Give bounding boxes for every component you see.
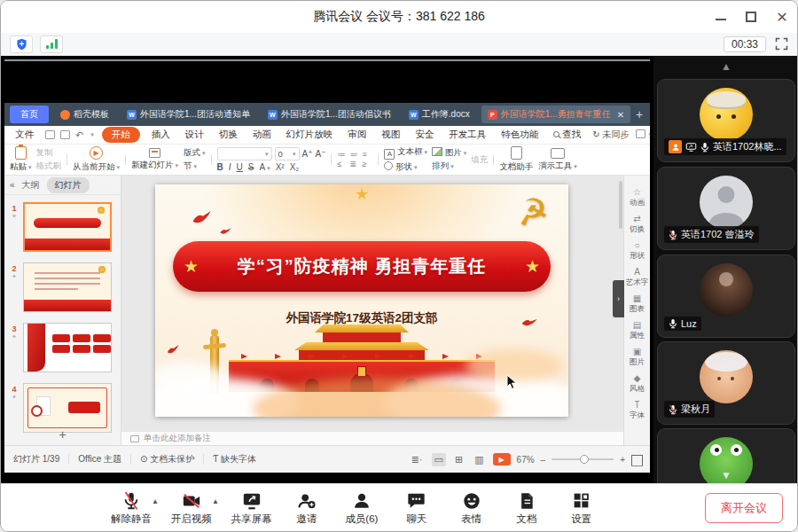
ribbon-tab-animation[interactable]: 动画: [249, 127, 275, 143]
slide-thumbnail-3[interactable]: [23, 323, 112, 372]
strike-button[interactable]: S: [248, 162, 254, 172]
present-tools-button[interactable]: 演示工具▾: [538, 148, 577, 172]
ribbon-tab-features[interactable]: 特色功能: [497, 127, 542, 143]
panel-font[interactable]: T字体: [630, 401, 645, 421]
slide-thumbnail-4[interactable]: [23, 383, 112, 433]
fit-slide-icon[interactable]: [631, 455, 641, 465]
ribbon-tab-review[interactable]: 审阅: [344, 127, 370, 143]
arrange-button[interactable]: 排列▾: [432, 160, 466, 172]
protection-status[interactable]: ⊙ 文档未保护: [140, 453, 194, 466]
expand-panel-handle[interactable]: ›: [613, 280, 624, 317]
ribbon-tab-design[interactable]: 设计: [182, 127, 207, 143]
read-view-icon[interactable]: ▥: [472, 453, 486, 466]
find-button[interactable]: 查找: [550, 127, 584, 143]
panel-transition[interactable]: ⇄切换: [630, 215, 645, 235]
video-options-caret[interactable]: ▲: [212, 497, 219, 505]
ribbon-tab-slideshow[interactable]: 幻灯片放映: [283, 127, 337, 143]
security-button[interactable]: [10, 35, 33, 53]
ribbon-tab-dev[interactable]: 开发工具: [445, 127, 489, 143]
menu-file[interactable]: 文件: [12, 127, 37, 143]
share-screen-button[interactable]: 共享屏幕: [224, 490, 279, 526]
shrink-font-button[interactable]: A⁻: [316, 149, 326, 159]
slides-tab[interactable]: 幻灯片: [47, 177, 90, 193]
docs-button[interactable]: 文档: [499, 490, 554, 526]
scroll-up-icon[interactable]: ▲: [721, 60, 732, 73]
undo-icon[interactable]: ↶: [75, 129, 83, 141]
participant-tile[interactable]: 梁秋月: [657, 341, 795, 425]
notes-bar[interactable]: 单击此处添加备注: [121, 431, 623, 445]
line-spacing-icon[interactable]: ≥: [362, 160, 372, 168]
font-color-button[interactable]: A▾: [259, 162, 270, 172]
numbering-icon[interactable]: ≕: [349, 151, 360, 159]
bold-button[interactable]: B: [217, 162, 223, 172]
members-button[interactable]: 成员(6): [334, 490, 389, 526]
underline-button[interactable]: U: [237, 162, 243, 172]
print-icon[interactable]: [60, 130, 70, 139]
tab-home[interactable]: 首页: [10, 106, 49, 123]
ribbon-tab-view[interactable]: 视图: [378, 127, 403, 143]
panel-wordart[interactable]: A艺术字: [626, 268, 649, 288]
copy-button[interactable]: 复制: [36, 147, 62, 159]
grow-font-button[interactable]: A⁺: [302, 149, 313, 159]
doc-assistant-button[interactable]: 文档助手: [499, 146, 533, 173]
theme-name[interactable]: Office 主题: [78, 453, 121, 466]
participant-tile[interactable]: 英语1702林晓...: [657, 79, 795, 162]
paste-button[interactable]: 粘贴▾: [10, 146, 32, 173]
emoji-button[interactable]: 表情: [444, 490, 499, 526]
network-quality-button[interactable]: [40, 35, 63, 53]
superscript-button[interactable]: X²: [276, 162, 285, 172]
ribbon-tab-transition[interactable]: 切换: [215, 127, 241, 143]
picture-button[interactable]: 图片▾: [432, 147, 466, 159]
add-slide-button[interactable]: +: [4, 427, 121, 442]
mic-options-caret[interactable]: ▲: [152, 497, 159, 505]
zoom-slider[interactable]: [552, 458, 614, 460]
zoom-out-icon[interactable]: –: [541, 455, 546, 465]
maximize-icon[interactable]: [746, 12, 756, 22]
share-button[interactable]: 分享: [636, 129, 650, 141]
notes-toggle-icon[interactable]: ≣·: [409, 453, 426, 466]
panel-style[interactable]: ◆风格: [630, 374, 645, 395]
tab-active-ppt[interactable]: P外国语学院1...勇担青年重任✕: [481, 106, 630, 123]
new-tab-icon[interactable]: +: [636, 107, 643, 121]
zoom-knob[interactable]: [580, 455, 589, 464]
layout-button[interactable]: 版式▾: [184, 147, 206, 159]
bullets-icon[interactable]: ≔: [337, 151, 348, 159]
collapse-panel-icon[interactable]: «: [10, 180, 15, 190]
participant-tile[interactable]: Luz: [657, 254, 795, 338]
zoom-value[interactable]: 67%: [517, 455, 535, 465]
slide-thumbnail-2[interactable]: [23, 262, 112, 312]
slide-thumbnail-1[interactable]: [23, 202, 112, 252]
textbox-button[interactable]: A 文本框▾: [384, 146, 427, 160]
invite-button[interactable]: 邀请: [279, 490, 334, 526]
unmute-button[interactable]: 解除静音: [104, 490, 159, 526]
slideshow-play-button[interactable]: ▶: [493, 453, 511, 466]
panel-shape[interactable]: ○形状: [630, 241, 645, 262]
slide-canvas[interactable]: ★ ☭ ★ 学“习”防疫精神 勇担青年重任 ★ 外国语学院17级: [155, 184, 568, 417]
quickbar-dropdown-icon[interactable]: ▾: [90, 131, 94, 138]
ribbon-tab-insert[interactable]: 插入: [148, 127, 174, 143]
panel-picture[interactable]: ▣图片: [630, 348, 645, 368]
close-icon[interactable]: ✕: [776, 11, 788, 23]
participant-tile[interactable]: 英语1702 曾溢玲: [657, 167, 795, 250]
italic-button[interactable]: I: [229, 162, 231, 172]
panel-chart[interactable]: ▦图表: [630, 294, 645, 315]
new-slide-button[interactable]: 新建幻灯片▾: [131, 148, 178, 171]
fullscreen-icon[interactable]: [775, 37, 788, 51]
save-icon[interactable]: [45, 130, 55, 139]
format-painter-button[interactable]: 格式刷: [36, 160, 62, 172]
normal-view-icon[interactable]: ▭: [432, 453, 446, 466]
tab-doc2[interactable]: W外国语学院1...团活动倡议书: [262, 106, 397, 123]
panel-animation[interactable]: ☆动画: [630, 188, 645, 208]
editor-scrollbar[interactable]: [619, 181, 622, 229]
fill-button[interactable]: 填充: [471, 154, 488, 166]
sync-status[interactable]: ↻ 未同步: [592, 129, 629, 141]
play-from-current[interactable]: ▶ 从当前开始▾: [73, 146, 120, 173]
chat-button[interactable]: 聊天: [389, 490, 444, 526]
sorter-view-icon[interactable]: ⊞: [452, 453, 466, 466]
align-center-icon[interactable]: ≣: [349, 160, 360, 168]
tab-close-icon[interactable]: ✕: [617, 110, 624, 120]
missing-fonts[interactable]: Ƭ 缺失字体: [213, 453, 256, 466]
tab-doc3[interactable]: W工作簿.docx: [403, 106, 476, 123]
outline-tab[interactable]: 大纲: [22, 179, 40, 192]
tab-docer[interactable]: 稻壳模板: [54, 106, 115, 123]
